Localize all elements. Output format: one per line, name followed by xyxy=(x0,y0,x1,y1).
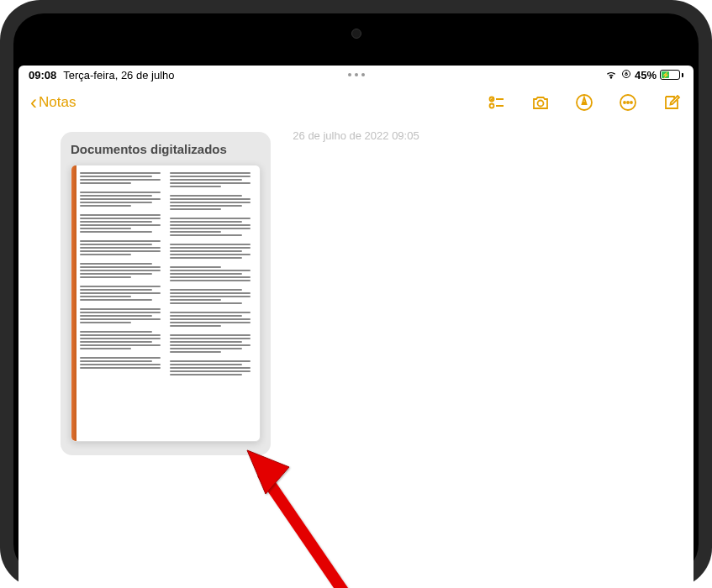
status-left: 09:08 Terça-feira, 26 de julho xyxy=(29,69,175,81)
svg-rect-2 xyxy=(625,73,628,75)
battery-icon: ⚡ xyxy=(660,70,683,80)
svg-point-12 xyxy=(627,102,629,103)
svg-point-11 xyxy=(624,102,625,103)
document-thumbnail[interactable] xyxy=(71,165,261,442)
status-bar: 09:08 Terça-feira, 26 de julho 45% xyxy=(18,66,694,84)
svg-line-14 xyxy=(262,473,380,588)
svg-point-5 xyxy=(490,104,494,108)
svg-point-7 xyxy=(538,101,544,107)
note-content[interactable]: 26 de julho de 2022 09:05 Documentos dig… xyxy=(18,121,694,464)
compose-icon[interactable] xyxy=(662,92,682,113)
svg-point-13 xyxy=(630,102,632,103)
charging-bolt-icon: ⚡ xyxy=(662,71,670,79)
back-button[interactable]: ‹ Notas xyxy=(30,91,76,114)
status-time: 09:08 xyxy=(29,69,56,81)
battery-percent: 45% xyxy=(635,69,657,81)
back-label: Notas xyxy=(39,94,76,111)
camera-dot xyxy=(351,29,361,39)
navigation-bar: ‹ Notas xyxy=(18,84,694,121)
svg-point-0 xyxy=(610,76,611,77)
attachment-title: Documentos digitalizados xyxy=(71,142,261,156)
page-spine xyxy=(71,165,76,441)
checklist-icon[interactable] xyxy=(487,92,507,113)
markup-icon[interactable] xyxy=(574,92,594,113)
camera-icon[interactable] xyxy=(530,92,551,113)
multitask-dots[interactable] xyxy=(348,73,365,76)
toolbar-actions xyxy=(487,92,682,113)
rotation-lock-icon xyxy=(621,69,631,81)
status-right: 45% ⚡ xyxy=(604,67,683,83)
scanned-document-attachment[interactable]: Documentos digitalizados xyxy=(61,132,271,455)
screen: 09:08 Terça-feira, 26 de julho 45% xyxy=(18,66,694,588)
ipad-frame: 09:08 Terça-feira, 26 de julho 45% xyxy=(0,0,712,588)
inner-bezel: 09:08 Terça-feira, 26 de julho 45% xyxy=(13,13,699,575)
more-icon[interactable] xyxy=(618,92,638,113)
status-date: Terça-feira, 26 de julho xyxy=(63,69,174,81)
wifi-icon xyxy=(604,67,618,83)
page-text-preview xyxy=(80,172,255,434)
chevron-left-icon: ‹ xyxy=(30,91,37,114)
